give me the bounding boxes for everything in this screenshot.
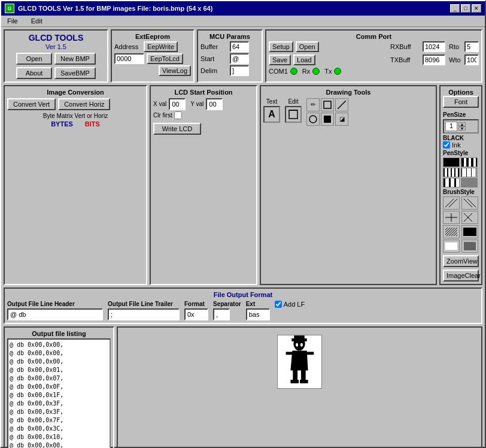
edit-tool-label: Edit (288, 98, 298, 105)
brush-solid-white[interactable] (443, 240, 460, 253)
delim-input[interactable] (230, 65, 249, 76)
pen-style-label: PenStyle (443, 150, 479, 156)
svg-line-6 (445, 199, 454, 207)
brush-cross2[interactable] (461, 211, 478, 224)
new-bmp-button[interactable]: New BMP (54, 53, 96, 65)
eep-write-button[interactable]: EepWrite (144, 41, 178, 52)
rxbuff-input[interactable] (423, 41, 445, 52)
ext-col-label: Ext (246, 301, 270, 307)
setup-button[interactable]: Setup (269, 41, 293, 52)
save-bmp-button[interactable]: SaveBMP (54, 67, 96, 79)
pen-style-alt2[interactable] (461, 178, 478, 187)
text-tool-label: Text (266, 98, 277, 105)
txbuff-input[interactable] (423, 55, 445, 65)
second-row: Image Conversion Convert Vert Convert Ho… (4, 85, 482, 285)
start-label: Start (201, 55, 227, 62)
svg-rect-28 (300, 380, 308, 383)
buffer-input[interactable] (230, 41, 249, 52)
com1-led (290, 68, 297, 75)
view-log-button[interactable]: ViewLog (159, 65, 191, 76)
image-clear-button[interactable]: ImageClear (443, 270, 479, 281)
glcd-version: Ver 1.5 (7, 43, 105, 50)
address-input[interactable] (114, 53, 144, 64)
rxbuff-label: RXBuff (390, 43, 420, 50)
separator-col-label: Separator (213, 301, 241, 307)
start-input[interactable] (230, 53, 249, 64)
options-title: Options (443, 89, 479, 96)
pen-size-up[interactable]: ▲ (458, 122, 466, 126)
svg-rect-16 (464, 242, 476, 250)
pen-size-down[interactable]: ▼ (458, 126, 466, 131)
window-controls: _ □ ✕ (450, 4, 481, 13)
rect-tool-button[interactable] (321, 98, 334, 111)
pen-style-dashed[interactable] (461, 158, 478, 167)
pencil-tool-button[interactable]: ✏ (306, 98, 320, 111)
pen-size-label: PenSize (443, 111, 479, 118)
ext-input[interactable] (246, 308, 270, 320)
rx-label: Rx (302, 68, 310, 75)
y-val-label: Y val (190, 101, 203, 107)
close-button[interactable]: ✕ (472, 4, 481, 13)
brush-hatch1[interactable] (443, 196, 460, 210)
comm-open-button[interactable]: Open (296, 41, 319, 52)
svg-rect-26 (307, 352, 314, 355)
mcu-params-title: MCU Params (201, 33, 259, 40)
header-input[interactable] (7, 308, 103, 320)
font-button[interactable]: Font (443, 96, 479, 108)
wto-input[interactable] (464, 55, 479, 65)
list-item: @ db 0x00,0x7F, (10, 416, 108, 425)
brush-solid-black[interactable] (461, 225, 478, 238)
pen-style-alt1[interactable] (443, 178, 460, 187)
menu-file[interactable]: File (4, 17, 22, 25)
brush-hatch2[interactable] (461, 196, 478, 210)
pen-style-dotted[interactable] (443, 168, 460, 177)
menu-bar: File Edit (1, 16, 485, 27)
load-button[interactable]: Load (293, 55, 315, 65)
maximize-button[interactable]: □ (461, 4, 470, 13)
brush-dense2[interactable] (461, 240, 478, 253)
svg-rect-0 (289, 110, 297, 119)
rto-input[interactable] (464, 41, 479, 52)
filled-rect-button[interactable] (321, 113, 334, 126)
tx-label: Tx (324, 68, 332, 75)
minimize-button[interactable]: _ (450, 4, 460, 13)
add-lf-checkbox[interactable] (275, 301, 282, 308)
clr-first-checkbox[interactable] (174, 111, 182, 119)
list-item: @ db 0x00,0x00, (10, 341, 108, 349)
lcd-start-title: LCD Start Position (153, 89, 254, 96)
convert-horiz-button[interactable]: Convert Horiz (58, 98, 110, 110)
line-tool-button[interactable] (335, 98, 348, 111)
text-tool-button[interactable]: A (263, 106, 280, 123)
svg-rect-2 (324, 101, 331, 108)
preview-area: After conversion the file is automatical… (117, 326, 482, 448)
drawing-tools-title: Drawing Tools (263, 89, 433, 96)
separator-input[interactable] (213, 308, 230, 320)
com1-label: COM1 (269, 68, 288, 75)
mcu-params-panel: MCU Params Buffer Start Delim (197, 29, 263, 83)
menu-edit[interactable]: Edit (28, 17, 46, 25)
format-input[interactable] (184, 308, 208, 320)
output-listing-box[interactable]: @ db 0x00,0x00,@ db 0x00,0x00,@ db 0x00,… (7, 338, 111, 448)
brush-dense1[interactable] (443, 225, 460, 238)
svg-point-29 (296, 343, 298, 347)
eep-to-lcd-button[interactable]: EepToLcd (147, 53, 183, 64)
circle-tool-button[interactable] (306, 113, 320, 126)
edit-tool-button[interactable] (285, 106, 302, 123)
about-button[interactable]: About (16, 67, 52, 79)
eraser-tool-button[interactable]: ◪ (335, 113, 348, 126)
trailer-input[interactable] (108, 308, 180, 320)
zoom-view-button[interactable]: ZoomView (443, 255, 479, 267)
ink-checkbox[interactable] (443, 141, 450, 149)
brush-cross1[interactable] (443, 211, 460, 224)
write-lcd-button[interactable]: Write LCD (153, 123, 201, 135)
svg-point-30 (300, 343, 303, 347)
list-item: @ db 0x00,0x07, (10, 374, 108, 383)
pen-style-solid[interactable] (443, 158, 460, 167)
file-output-title: File Output Format (7, 291, 479, 298)
open-button[interactable]: Open (16, 53, 52, 65)
y-val-input[interactable] (206, 98, 223, 110)
pen-style-sparse[interactable] (461, 168, 478, 177)
comm-save-button[interactable]: Save (269, 55, 291, 65)
convert-vert-button[interactable]: Convert Vert (7, 98, 56, 110)
x-val-input[interactable] (169, 98, 186, 110)
